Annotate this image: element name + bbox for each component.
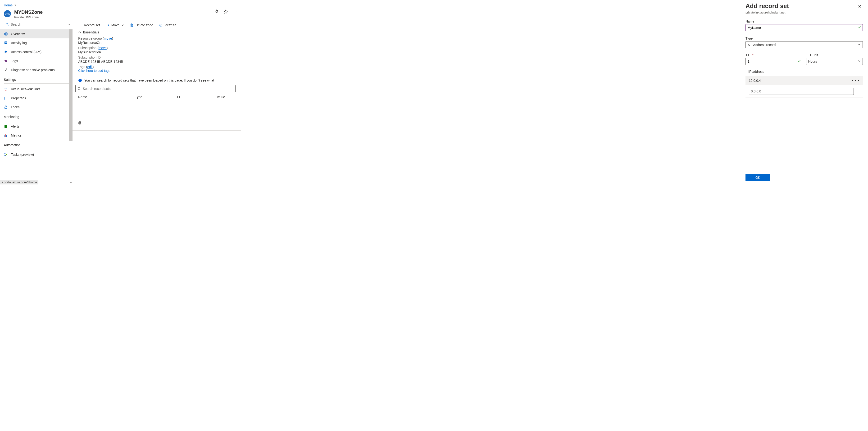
type-value: A – Address record [748,43,776,47]
tags-edit-link[interactable]: edit [87,65,93,69]
name-label: Name [745,20,863,23]
dns-badge-icon: DNS [4,10,11,17]
metrics-icon [4,133,8,137]
col-ttl[interactable]: TTL [177,95,217,99]
svg-rect-7 [5,43,7,43]
svg-line-40 [80,89,81,90]
nav-vnet-links[interactable]: Virtual network links [0,85,72,94]
check-icon [798,60,801,64]
ttl-unit-label: TTL unit [806,53,863,57]
panel-subtitle: privatelink.azurehdinsight.net [745,11,789,14]
pin-icon[interactable] [214,9,218,14]
svg-rect-37 [80,80,80,81]
divider [4,121,69,121]
essentials-section: Essentials Resource group (move) MyResou… [72,29,241,76]
svg-point-0 [6,23,8,25]
detail-pane: Record set Move Delete zone Refresh [72,21,241,184]
nav-label: Tasks (preview) [11,153,34,156]
nav-locks[interactable]: Locks [0,103,72,112]
ttl-label: TTL * [745,53,802,57]
svg-rect-17 [6,127,6,127]
record-name: @ [78,121,82,125]
more-icon[interactable]: ··· [233,9,238,14]
nav-label: Access control (IAM) [11,50,41,54]
record-row-root[interactable]: @ [72,102,241,131]
info-text: You can search for record sets that have… [84,79,214,82]
rg-move-link[interactable]: move [104,36,112,40]
delete-zone-button[interactable]: Delete zone [130,23,153,27]
svg-line-1 [8,25,9,26]
ttl-input[interactable] [745,58,802,65]
add-tags-link[interactable]: Click here to add tags [78,69,110,72]
sidebar-search-input[interactable] [10,22,64,27]
ok-button[interactable]: OK [745,174,770,181]
move-button[interactable]: Move [106,23,124,27]
breadcrumb-separator: > [14,3,17,7]
nav-overview[interactable]: Overview [0,29,72,38]
properties-icon [4,96,8,100]
nav-alerts[interactable]: Alerts [0,122,72,131]
resource-title: MYDNSZone [14,9,43,15]
sidebar-search[interactable] [4,21,66,28]
svg-rect-18 [4,135,5,137]
section-automation: Automation [0,140,72,148]
wrench-icon [4,68,8,72]
check-icon [858,26,861,30]
name-input[interactable] [745,24,863,31]
nav-label: Metrics [11,133,22,137]
ip-row[interactable]: 10.0.0.4 • • • [745,76,863,85]
record-search[interactable] [75,85,236,92]
svg-point-8 [5,51,6,52]
lock-icon [4,105,8,109]
svg-line-24 [5,154,6,155]
nav-tasks[interactable]: Tasks (preview) [0,150,72,159]
add-record-set-button[interactable]: Record set [78,23,100,27]
svg-rect-22 [4,155,5,156]
alerts-icon [4,124,8,128]
nav-label: Virtual network links [11,87,40,91]
scrollbar-down-icon[interactable]: ▾ [69,181,72,184]
essentials-toggle[interactable]: Essentials [78,30,236,34]
nav-label: Overview [11,32,25,36]
breadcrumb: Home > [0,0,241,8]
nav-metrics[interactable]: Metrics [0,131,72,140]
refresh-button[interactable]: Refresh [159,23,176,27]
svg-rect-21 [4,153,5,154]
col-type[interactable]: Type [135,95,177,99]
close-icon[interactable]: ✕ [857,2,863,10]
type-select[interactable]: A – Address record [745,41,863,49]
subid-value: ABCDE-12345-ABCDE-12345 [78,60,236,64]
col-value[interactable]: Value [217,95,236,99]
svg-rect-11 [4,97,5,99]
record-search-input[interactable] [82,87,234,91]
nav-label: Activity log [11,41,27,45]
svg-point-10 [5,60,5,61]
nav-diagnose[interactable]: Diagnose and solve problems [0,65,72,74]
nav-label: Locks [11,105,20,109]
ip-input[interactable] [749,88,854,95]
star-icon[interactable] [224,9,228,14]
scrollbar-thumb[interactable] [69,29,72,141]
nav-activity-log[interactable]: Activity log [0,38,72,48]
more-icon[interactable]: • • • [852,79,860,83]
nav-properties[interactable]: Properties [0,94,72,103]
sub-label: Subscription [78,46,96,50]
sub-move-link[interactable]: move [99,46,106,50]
type-label: Type [745,36,863,40]
col-name[interactable]: Name [78,95,135,99]
activity-log-icon [4,41,8,45]
nav-tags[interactable]: Tags [0,56,72,65]
record-table-header: Name Type TTL Value [72,92,241,102]
sidebar-scrollbar[interactable]: ▾ [69,29,72,184]
chevron-down-icon [858,43,861,47]
svg-rect-29 [131,24,133,27]
info-icon [78,79,82,82]
ttl-unit-select[interactable]: Hours [806,58,863,65]
resource-header: DNS MYDNSZone Private DNS zone ··· [0,8,241,21]
collapse-sidebar-icon[interactable]: « [68,23,70,26]
ip-section: IP address 10.0.0.4 • • • [745,70,863,97]
ttl-unit-value: Hours [808,60,817,63]
nav-iam[interactable]: Access control (IAM) [0,48,72,56]
breadcrumb-home[interactable]: Home [4,3,12,7]
svg-rect-14 [5,107,7,109]
